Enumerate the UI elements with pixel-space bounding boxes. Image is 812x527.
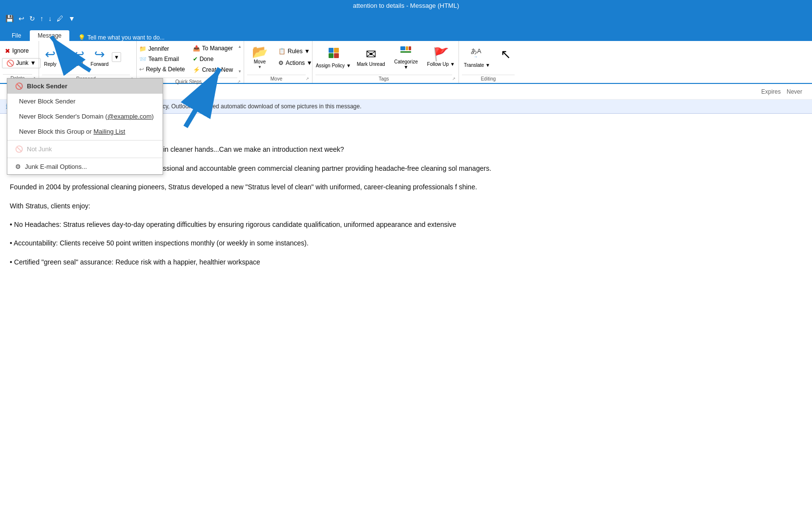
reply-icon: ↩ <box>45 47 56 61</box>
actions-icon: ⚙ <box>278 60 284 66</box>
actions-button[interactable]: ⚙ Actions ▼ <box>275 58 315 68</box>
cursor-icon: ↖ <box>500 47 511 61</box>
mark-unread-button[interactable]: ✉ Mark Unread <box>355 42 386 72</box>
svg-text:→: → <box>474 55 478 59</box>
ribbon-group-tags: Assign Policy ▼ ✉ Mark Unread Categorize… <box>312 41 459 83</box>
up-button[interactable]: ↑ <box>39 14 45 23</box>
not-junk-icon: 🚫 <box>15 145 23 153</box>
bullet-2: • Accountability: Clients receive 50 poi… <box>10 238 802 248</box>
ribbon: ✖ Ignore 🚫 Junk ▼ Delete ↗ ↩ Reply ↩↩ Re… <box>0 41 812 84</box>
svg-rect-0 <box>329 48 333 53</box>
expires-label: Expires <box>761 88 781 95</box>
done-icon: ✔ <box>193 56 198 62</box>
dropdown-never-block-sender[interactable]: Never Block Sender <box>7 94 163 109</box>
svg-rect-6 <box>409 46 411 50</box>
tags-group-label-row: Tags ↗ <box>314 74 457 83</box>
svg-rect-3 <box>334 53 339 58</box>
dropdown-separator-1 <box>7 140 163 141</box>
paragraph-4: With Stratus, clients enjoy: <box>10 201 802 211</box>
move-expand-icon[interactable]: ↗ <box>306 77 309 81</box>
move-dropdown-arrow: ▼ <box>258 65 262 69</box>
tab-file[interactable]: File <box>4 30 29 41</box>
save-button[interactable]: 💾 <box>4 14 15 23</box>
forward-icon: ↪ <box>94 47 105 61</box>
move-icon: 📂 <box>252 45 268 59</box>
svg-text:あ: あ <box>471 47 477 55</box>
rules-button[interactable]: 📋 Rules ▼ <box>275 46 315 56</box>
ribbon-group-respond: ↩ Reply ↩↩ Reply All ↪ Forward ▼ Respond… <box>39 41 137 83</box>
create-new-icon: ⚡ <box>193 66 200 73</box>
junk-button[interactable]: 🚫 Junk ▼ <box>2 58 41 68</box>
reply-button[interactable]: ↩ Reply <box>41 42 60 72</box>
redo-button[interactable]: ↻ <box>28 14 37 23</box>
follow-up-button[interactable]: 🚩 Follow Up ▼ <box>425 42 457 72</box>
quick-steps-scroll-up[interactable]: ▲ <box>238 44 242 49</box>
quick-step-done[interactable]: ✔ Done <box>190 54 236 64</box>
title-text: attention to details - Message (HTML) <box>353 2 459 9</box>
forward-button[interactable]: ↪ Forward <box>88 42 112 72</box>
translate-icon: あ A → <box>470 46 484 62</box>
down-button[interactable]: ↓ <box>47 14 53 23</box>
dropdown-never-block-domain[interactable]: Never Block Sender's Domain (@example.co… <box>7 109 163 124</box>
undo-button[interactable]: ↩ <box>17 14 26 23</box>
paragraph-3: Founded in 2004 by professional cleaning… <box>10 182 802 192</box>
junk-dropdown-menu: 🚫 Block Sender Never Block Sender Never … <box>7 78 163 175</box>
to-manager-icon: 📤 <box>193 45 200 52</box>
quick-steps-scroll-down[interactable]: ▼ <box>238 69 242 74</box>
editing-group-label-row: Editing <box>461 74 516 83</box>
ribbon-group-delete: ✖ Ignore 🚫 Junk ▼ Delete ↗ <box>0 41 39 83</box>
move-button[interactable]: 📂 Move ▼ <box>246 42 273 72</box>
rules-icon: 📋 <box>278 48 286 55</box>
respond-more-button[interactable]: ▼ <box>112 52 121 62</box>
dropdown-junk-options[interactable]: ⚙ Junk E-mail Options... <box>7 159 163 174</box>
assign-policy-icon <box>327 46 340 62</box>
bullet-3: • Certified "green seal" assurance: Redu… <box>10 257 802 267</box>
quick-steps-list: 📁 Jennifer 📨 Team Email ↩ Reply & Delete <box>136 44 188 74</box>
ribbon-group-move: 📂 Move ▼ 📋 Rules ▼ ⚙ Actions ▼ Move ↗ <box>244 41 312 83</box>
lightbulb-icon: 💡 <box>78 34 85 41</box>
categorize-icon <box>399 44 413 59</box>
reply-all-icon: ↩↩ <box>63 47 84 61</box>
quick-step-team-email[interactable]: 📨 Team Email <box>136 54 188 64</box>
more-button[interactable]: ▼ <box>67 14 77 23</box>
folder-icon: 📁 <box>139 45 146 52</box>
ribbon-group-editing: あ A → Translate ▼ ↖ Editing <box>459 41 518 83</box>
svg-rect-2 <box>329 53 333 58</box>
svg-rect-1 <box>334 48 339 53</box>
dropdown-never-block-group[interactable]: Never Block this Group or Mailing List <box>7 124 163 139</box>
dropdown-block-sender[interactable]: 🚫 Block Sender <box>7 79 163 94</box>
quick-step-jennifer[interactable]: 📁 Jennifer <box>136 44 188 54</box>
tab-message[interactable]: Message <box>30 30 69 41</box>
svg-rect-7 <box>400 51 411 53</box>
junk-icon: 🚫 <box>6 60 14 67</box>
svg-rect-5 <box>406 46 408 50</box>
quick-steps-expand-icon[interactable]: ↗ <box>237 80 241 84</box>
quick-step-reply-delete[interactable]: ↩ Reply & Delete <box>136 64 188 74</box>
translate-button[interactable]: あ A → Translate ▼ <box>461 42 493 72</box>
assign-policy-button[interactable]: Assign Policy ▼ <box>314 42 352 72</box>
title-bar: attention to details - Message (HTML) <box>0 0 812 12</box>
quick-access-toolbar: 💾 ↩ ↻ ↑ ↓ 🖊 ▼ <box>0 12 812 25</box>
team-email-icon: 📨 <box>139 56 146 62</box>
svg-text:A: A <box>477 47 481 55</box>
tags-expand-icon[interactable]: ↗ <box>452 77 456 81</box>
cursor-button[interactable]: ↖ <box>496 42 516 72</box>
svg-rect-4 <box>400 46 405 50</box>
dropdown-separator-2 <box>7 158 163 158</box>
junk-options-icon: ⚙ <box>15 163 21 170</box>
follow-up-icon: 🚩 <box>433 47 449 61</box>
ignore-icon: ✖ <box>5 47 10 55</box>
reply-delete-icon: ↩ <box>139 66 144 73</box>
dropdown-not-junk[interactable]: 🚫 Not Junk <box>7 142 163 157</box>
tell-me-button[interactable]: 💡 Tell me what you want to do... <box>78 34 165 41</box>
ignore-button[interactable]: ✖ Ignore <box>2 46 32 56</box>
bullet-1: • No Headaches: Stratus relieves day-to-… <box>10 219 802 230</box>
categorize-button[interactable]: Categorize ▼ <box>390 42 422 72</box>
ribbon-group-quick-steps: 📁 Jennifer 📨 Team Email ↩ Reply & Delete… <box>137 41 244 83</box>
reply-all-button[interactable]: ↩↩ Reply All <box>60 42 87 72</box>
tab-bar: File Message 💡 Tell me what you want to … <box>0 25 812 41</box>
never-label: Never <box>787 88 802 95</box>
quick-step-create-new[interactable]: ⚡ Create New <box>190 65 236 75</box>
flag-button[interactable]: 🖊 <box>55 14 65 23</box>
quick-step-to-manager[interactable]: 📤 To Manager <box>190 43 236 53</box>
